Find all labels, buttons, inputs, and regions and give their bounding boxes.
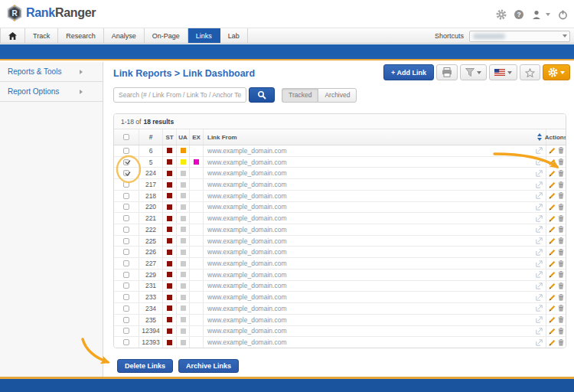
- edit-icon[interactable]: [549, 260, 556, 267]
- power-icon[interactable]: [557, 9, 568, 20]
- row-checkbox[interactable]: [123, 193, 129, 199]
- nav-tab-home[interactable]: [0, 28, 25, 43]
- external-link-icon[interactable]: [536, 158, 543, 165]
- link-from-url[interactable]: www.example_domain.com: [207, 181, 286, 188]
- external-link-icon[interactable]: [536, 283, 543, 289]
- user-menu-caret-icon[interactable]: [546, 13, 550, 16]
- row-checkbox[interactable]: [123, 170, 129, 176]
- external-link-icon[interactable]: [536, 328, 543, 335]
- select-all-checkbox[interactable]: [123, 134, 129, 140]
- delete-icon[interactable]: [558, 215, 564, 222]
- row-checkbox[interactable]: [123, 215, 129, 221]
- link-from-url[interactable]: www.example_domain.com: [207, 260, 286, 267]
- external-link-icon[interactable]: [536, 204, 543, 211]
- external-link-icon[interactable]: [536, 271, 543, 278]
- col-header-num[interactable]: #: [139, 129, 163, 145]
- row-checkbox[interactable]: [123, 339, 129, 345]
- archive-links-button[interactable]: Archive Links: [178, 359, 239, 373]
- favorite-button[interactable]: [520, 64, 540, 80]
- link-from-url[interactable]: www.example_domain.com: [207, 338, 286, 346]
- col-header-link-from[interactable]: Link From: [207, 134, 237, 141]
- edit-icon[interactable]: [549, 316, 556, 323]
- delete-icon[interactable]: [558, 158, 564, 165]
- external-link-icon[interactable]: [536, 215, 543, 222]
- link-from-url[interactable]: www.example_domain.com: [207, 169, 286, 177]
- nav-tab-onpage[interactable]: On-Page: [145, 28, 188, 43]
- delete-icon[interactable]: [558, 226, 564, 233]
- row-checkbox[interactable]: [123, 238, 129, 244]
- edit-icon[interactable]: [549, 305, 556, 312]
- edit-icon[interactable]: [549, 237, 556, 244]
- external-link-icon[interactable]: [536, 294, 543, 301]
- external-link-icon[interactable]: [536, 305, 543, 312]
- delete-links-button[interactable]: Delete Links: [117, 359, 173, 373]
- nav-tab-research[interactable]: Research: [58, 28, 104, 43]
- delete-icon[interactable]: [558, 147, 564, 154]
- row-checkbox[interactable]: [123, 317, 129, 323]
- external-link-icon[interactable]: [536, 181, 543, 188]
- settings-icon[interactable]: [496, 9, 507, 20]
- link-from-url[interactable]: www.example_domain.com: [207, 237, 286, 245]
- link-from-url[interactable]: www.example_domain.com: [207, 327, 286, 335]
- rankranger-logo[interactable]: R RankRanger: [6, 5, 96, 21]
- delete-icon[interactable]: [558, 170, 564, 177]
- row-checkbox[interactable]: [123, 272, 129, 278]
- external-link-icon[interactable]: [536, 339, 543, 346]
- delete-icon[interactable]: [558, 249, 564, 256]
- tracked-toggle[interactable]: Tracked: [282, 88, 318, 103]
- link-from-url[interactable]: www.example_domain.com: [207, 271, 286, 279]
- edit-icon[interactable]: [549, 215, 556, 222]
- print-button[interactable]: [436, 64, 458, 80]
- link-from-url[interactable]: www.example_domain.com: [207, 226, 286, 234]
- col-header-st[interactable]: ST: [163, 129, 177, 145]
- nav-tab-links[interactable]: Links: [188, 28, 220, 43]
- delete-icon[interactable]: [558, 328, 564, 335]
- edit-icon[interactable]: [549, 226, 556, 233]
- delete-icon[interactable]: [558, 192, 564, 199]
- external-link-icon[interactable]: [536, 260, 543, 267]
- row-checkbox[interactable]: [123, 260, 129, 266]
- link-from-url[interactable]: www.example_domain.com: [207, 316, 286, 324]
- external-link-icon[interactable]: [536, 170, 543, 177]
- delete-icon[interactable]: [558, 294, 564, 301]
- external-link-icon[interactable]: [536, 192, 543, 199]
- delete-icon[interactable]: [558, 339, 564, 346]
- link-from-url[interactable]: www.example_domain.com: [207, 147, 286, 155]
- row-checkbox[interactable]: [123, 159, 129, 165]
- export-filter-button[interactable]: [460, 64, 487, 80]
- row-checkbox[interactable]: [123, 204, 129, 210]
- external-link-icon[interactable]: [536, 226, 543, 233]
- link-from-url[interactable]: www.example_domain.com: [207, 214, 286, 222]
- user-icon[interactable]: [531, 9, 542, 20]
- edit-icon[interactable]: [549, 271, 556, 278]
- sidebar-item-reports-tools[interactable]: Reports & Tools: [0, 62, 103, 82]
- link-from-url[interactable]: www.example_domain.com: [207, 203, 286, 211]
- edit-icon[interactable]: [549, 294, 556, 301]
- row-checkbox[interactable]: [123, 227, 129, 233]
- search-button[interactable]: [249, 87, 275, 103]
- edit-icon[interactable]: [549, 158, 556, 165]
- external-link-icon[interactable]: [536, 237, 543, 244]
- row-checkbox[interactable]: [123, 148, 129, 154]
- delete-icon[interactable]: [558, 181, 564, 188]
- edit-icon[interactable]: [549, 204, 556, 211]
- external-link-icon[interactable]: [536, 316, 543, 323]
- settings-menu-button[interactable]: [543, 64, 570, 80]
- row-checkbox[interactable]: [123, 294, 129, 300]
- col-header-ex[interactable]: EX: [190, 129, 204, 145]
- edit-icon[interactable]: [549, 283, 556, 289]
- edit-icon[interactable]: [549, 181, 556, 188]
- link-from-url[interactable]: www.example_domain.com: [207, 293, 286, 301]
- sort-toggle[interactable]: [537, 133, 542, 141]
- edit-icon[interactable]: [549, 170, 556, 177]
- add-link-button[interactable]: + Add Link: [383, 64, 434, 80]
- external-link-icon[interactable]: [536, 249, 543, 256]
- nav-tab-analyse[interactable]: Analyse: [104, 28, 145, 43]
- edit-icon[interactable]: [549, 249, 556, 256]
- language-button[interactable]: [489, 64, 517, 80]
- delete-icon[interactable]: [558, 283, 564, 289]
- row-checkbox[interactable]: [123, 181, 129, 188]
- nav-tab-lab[interactable]: Lab: [220, 28, 248, 43]
- delete-icon[interactable]: [558, 260, 564, 267]
- external-link-icon[interactable]: [536, 147, 543, 154]
